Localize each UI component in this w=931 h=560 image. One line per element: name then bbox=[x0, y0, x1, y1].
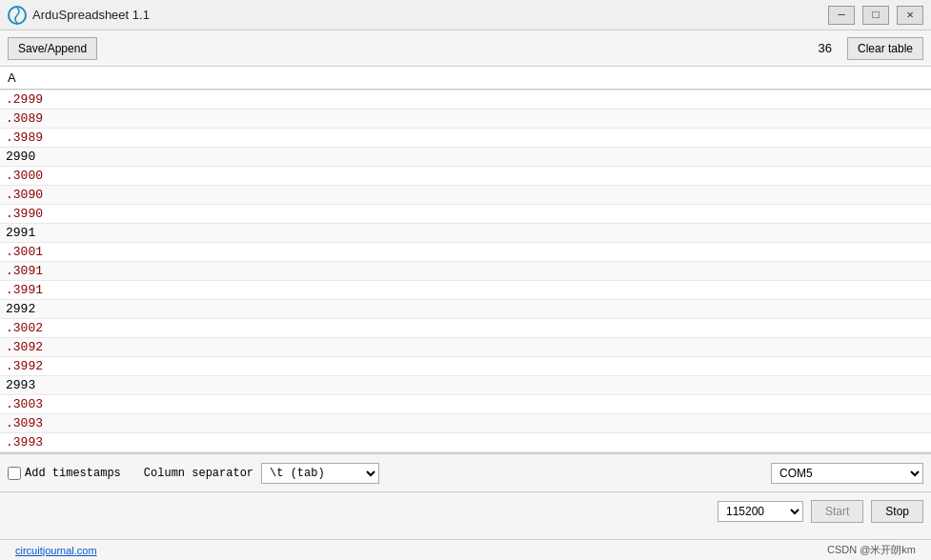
add-timestamps-checkbox[interactable] bbox=[8, 467, 21, 480]
com-select-wrap: COM5 COM3 COM4 COM6 bbox=[771, 463, 923, 484]
cell-value: .3090 bbox=[4, 187, 927, 203]
cell-value: .3990 bbox=[4, 206, 927, 222]
table-row: .3990 bbox=[0, 205, 931, 224]
cell-value: 2991 bbox=[4, 225, 927, 241]
window-title: ArduSpreadsheet 1.1 bbox=[32, 8, 828, 22]
cell-value: .3000 bbox=[4, 168, 927, 184]
minimize-button[interactable]: — bbox=[828, 6, 855, 25]
table-row: .3993 bbox=[0, 433, 931, 452]
table-row: .3092 bbox=[0, 338, 931, 357]
clear-table-button[interactable]: Clear table bbox=[847, 37, 923, 60]
timestamp-label: Add timestamps bbox=[25, 467, 121, 480]
cell-value: .3003 bbox=[4, 396, 927, 412]
cell-value: .3001 bbox=[4, 244, 927, 260]
bottom-bar: Add timestamps Column separator \t (tab)… bbox=[0, 453, 931, 539]
table-row: .3992 bbox=[0, 357, 931, 376]
controls-row: 9600 19200 38400 57600 115200 250000 Sta… bbox=[0, 492, 931, 530]
table-row: .3089 bbox=[0, 110, 931, 129]
cell-value: .3091 bbox=[4, 263, 927, 279]
separator-label: Column separator bbox=[144, 467, 253, 480]
cell-value: .3992 bbox=[4, 358, 927, 374]
table-row: .3000 bbox=[0, 167, 931, 186]
table-row: 2992 bbox=[0, 300, 931, 319]
table-row: 2993 bbox=[0, 376, 931, 395]
table-row: .3991 bbox=[0, 281, 931, 300]
toolbar: Save/Append 36 Clear table bbox=[0, 30, 931, 67]
timestamp-option[interactable]: Add timestamps bbox=[8, 467, 121, 480]
stop-button[interactable]: Stop bbox=[871, 500, 923, 523]
title-bar: ArduSpreadsheet 1.1 — □ ✕ bbox=[0, 0, 931, 30]
com-port-select[interactable]: COM5 COM3 COM4 COM6 bbox=[771, 463, 923, 484]
cell-value: .3991 bbox=[4, 282, 927, 298]
close-button[interactable]: ✕ bbox=[897, 6, 923, 25]
table-row: .3090 bbox=[0, 186, 931, 205]
cell-value: .3993 bbox=[4, 434, 927, 450]
column-a-header: A bbox=[4, 69, 927, 87]
cell-value: .3093 bbox=[4, 415, 927, 431]
separator-select[interactable]: \t (tab) , (comma) ; (semicolon) bbox=[261, 463, 379, 484]
cell-value: 2990 bbox=[4, 149, 927, 165]
table-row: .3002 bbox=[0, 319, 931, 338]
table-scroll-area[interactable]: .2998.3088.39882989.2999.3089.39892990.3… bbox=[0, 90, 931, 452]
start-button[interactable]: Start bbox=[811, 500, 863, 523]
window-controls: — □ ✕ bbox=[828, 6, 923, 25]
row-count: 36 bbox=[819, 41, 832, 55]
footer-link[interactable]: circuitjournal.com bbox=[15, 545, 97, 556]
data-table: A .2998.3088.39882989.2999.3089.39892990… bbox=[0, 67, 931, 453]
baud-rate-select[interactable]: 9600 19200 38400 57600 115200 250000 bbox=[718, 501, 803, 522]
table-row: 2990 bbox=[0, 148, 931, 167]
cell-value: .3002 bbox=[4, 320, 927, 336]
app-icon bbox=[8, 6, 27, 25]
table-row: .3003 bbox=[0, 395, 931, 414]
table-header: A bbox=[0, 67, 931, 90]
maximize-button[interactable]: □ bbox=[862, 6, 889, 25]
footer: circuitjournal.com CSDN @米开朗km bbox=[0, 539, 931, 560]
table-row: 2991 bbox=[0, 224, 931, 243]
table-row: .3001 bbox=[0, 243, 931, 262]
cell-value: .2999 bbox=[4, 91, 927, 108]
options-row: Add timestamps Column separator \t (tab)… bbox=[0, 454, 931, 492]
save-append-button[interactable]: Save/Append bbox=[8, 37, 97, 60]
table-row: .3091 bbox=[0, 262, 931, 281]
cell-value: .3092 bbox=[4, 339, 927, 355]
cell-value: 2993 bbox=[4, 377, 927, 393]
cell-value: .3989 bbox=[4, 130, 927, 146]
footer-credit: CSDN @米开朗km bbox=[827, 543, 916, 557]
cell-value: .3089 bbox=[4, 110, 927, 127]
cell-value: 2992 bbox=[4, 301, 927, 317]
table-row: .2999 bbox=[0, 90, 931, 110]
table-row: .3093 bbox=[0, 414, 931, 433]
table-row: .3989 bbox=[0, 129, 931, 148]
